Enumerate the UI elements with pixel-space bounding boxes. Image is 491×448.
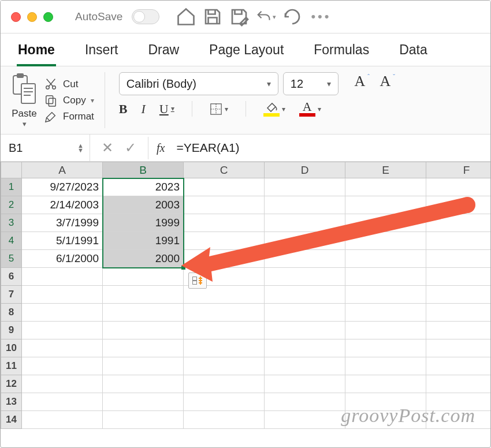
cell-F4[interactable] <box>426 232 492 250</box>
cell-F9[interactable] <box>426 322 492 339</box>
cell-E1[interactable] <box>345 178 426 196</box>
fill-color-button[interactable]: ▾ <box>263 101 285 117</box>
formula-input[interactable]: =YEAR(A1) <box>173 141 490 155</box>
cell-C12[interactable] <box>184 375 265 393</box>
cell-B3[interactable]: 1999 <box>103 214 184 232</box>
more-icon[interactable]: ••• <box>311 9 331 24</box>
row-header-3[interactable]: 3 <box>1 214 22 232</box>
cell-A9[interactable] <box>22 322 103 339</box>
confirm-formula-button[interactable]: ✓ <box>125 140 136 156</box>
tab-page-layout[interactable]: Page Layout <box>208 36 285 66</box>
select-all-corner[interactable] <box>1 162 22 178</box>
cut-button[interactable]: Cut <box>43 78 94 91</box>
borders-button[interactable]: ▾ <box>210 103 228 115</box>
close-window-button[interactable] <box>11 12 21 22</box>
row-header-10[interactable]: 10 <box>1 339 22 357</box>
cell-C4[interactable] <box>184 232 265 250</box>
tab-insert[interactable]: Insert <box>84 36 120 66</box>
cell-F1[interactable] <box>426 178 492 196</box>
paste-button[interactable]: Paste ▾ <box>11 72 38 128</box>
cell-E9[interactable] <box>345 322 426 339</box>
cell-F10[interactable] <box>426 339 492 357</box>
cell-A1[interactable]: 9/27/2023 <box>22 178 103 196</box>
cell-D9[interactable] <box>265 322 345 339</box>
cell-D6[interactable] <box>265 268 345 286</box>
cell-A14[interactable] <box>22 411 103 429</box>
cell-D13[interactable] <box>265 393 345 411</box>
undo-button[interactable]: ▾ <box>255 6 276 27</box>
row-header-14[interactable]: 14 <box>1 411 22 429</box>
cell-C3[interactable] <box>184 214 265 232</box>
cell-F5[interactable] <box>426 250 492 268</box>
cell-F3[interactable] <box>426 214 492 232</box>
cell-B4[interactable]: 1991 <box>103 232 184 250</box>
cell-E12[interactable] <box>345 375 426 393</box>
autofill-options-button[interactable] <box>188 272 207 289</box>
cell-A3[interactable]: 3/7/1999 <box>22 214 103 232</box>
cell-E6[interactable] <box>345 268 426 286</box>
cell-F12[interactable] <box>426 375 492 393</box>
cell-D14[interactable] <box>265 411 345 429</box>
cell-C2[interactable] <box>184 196 265 214</box>
cell-A8[interactable] <box>22 304 103 322</box>
cell-D3[interactable] <box>265 214 345 232</box>
column-header-F[interactable]: F <box>426 162 492 178</box>
row-header-8[interactable]: 8 <box>1 304 22 322</box>
minimize-window-button[interactable] <box>27 12 37 22</box>
tab-formulas[interactable]: Formulas <box>313 36 370 66</box>
cell-E4[interactable] <box>345 232 426 250</box>
cell-B13[interactable] <box>103 393 184 411</box>
save-edit-icon[interactable] <box>229 6 250 27</box>
name-box[interactable]: B1 ▲▼ <box>1 135 90 161</box>
row-header-9[interactable]: 9 <box>1 322 22 339</box>
cell-E5[interactable] <box>345 250 426 268</box>
spreadsheet-grid[interactable]: ABCDEF 19/27/2023202322/14/2003200333/7/… <box>1 162 490 429</box>
cell-F2[interactable] <box>426 196 492 214</box>
font-name-dropdown[interactable]: Calibri (Body) ▾ <box>119 72 278 95</box>
tab-home[interactable]: Home <box>17 36 56 66</box>
cell-D2[interactable] <box>265 196 345 214</box>
cell-B8[interactable] <box>103 304 184 322</box>
cell-F8[interactable] <box>426 304 492 322</box>
cell-A12[interactable] <box>22 375 103 393</box>
column-header-B[interactable]: B <box>103 162 184 178</box>
cell-C1[interactable] <box>184 178 265 196</box>
zoom-window-button[interactable] <box>43 12 53 22</box>
row-header-5[interactable]: 5 <box>1 250 22 268</box>
cell-E2[interactable] <box>345 196 426 214</box>
cell-C9[interactable] <box>184 322 265 339</box>
cell-D4[interactable] <box>265 232 345 250</box>
cell-B1[interactable]: 2023 <box>103 178 184 196</box>
column-header-A[interactable]: A <box>22 162 103 178</box>
cell-C8[interactable] <box>184 304 265 322</box>
cell-E10[interactable] <box>345 339 426 357</box>
cell-B14[interactable] <box>103 411 184 429</box>
bold-button[interactable]: B <box>119 102 128 117</box>
redo-button[interactable] <box>282 6 303 27</box>
cancel-formula-button[interactable]: ✕ <box>102 140 113 156</box>
cell-B6[interactable] <box>103 268 184 286</box>
cell-A5[interactable]: 6/1/2000 <box>22 250 103 268</box>
underline-button[interactable]: U▾ <box>159 102 174 117</box>
cell-A2[interactable]: 2/14/2003 <box>22 196 103 214</box>
cell-F11[interactable] <box>426 357 492 375</box>
format-painter-button[interactable]: Format <box>43 110 94 123</box>
row-header-2[interactable]: 2 <box>1 196 22 214</box>
column-header-C[interactable]: C <box>184 162 265 178</box>
cell-A6[interactable] <box>22 268 103 286</box>
cell-C5[interactable] <box>184 250 265 268</box>
cell-B12[interactable] <box>103 375 184 393</box>
cell-C14[interactable] <box>184 411 265 429</box>
italic-button[interactable]: I <box>142 102 146 117</box>
cell-D12[interactable] <box>265 375 345 393</box>
autosave-toggle[interactable] <box>132 9 159 24</box>
cell-A10[interactable] <box>22 339 103 357</box>
column-header-E[interactable]: E <box>345 162 426 178</box>
cell-D5[interactable] <box>265 250 345 268</box>
cell-F6[interactable] <box>426 268 492 286</box>
increase-font-size-button[interactable]: Aˆ <box>349 73 371 95</box>
cell-B10[interactable] <box>103 339 184 357</box>
cell-B2[interactable]: 2003 <box>103 196 184 214</box>
row-header-4[interactable]: 4 <box>1 232 22 250</box>
cell-B11[interactable] <box>103 357 184 375</box>
